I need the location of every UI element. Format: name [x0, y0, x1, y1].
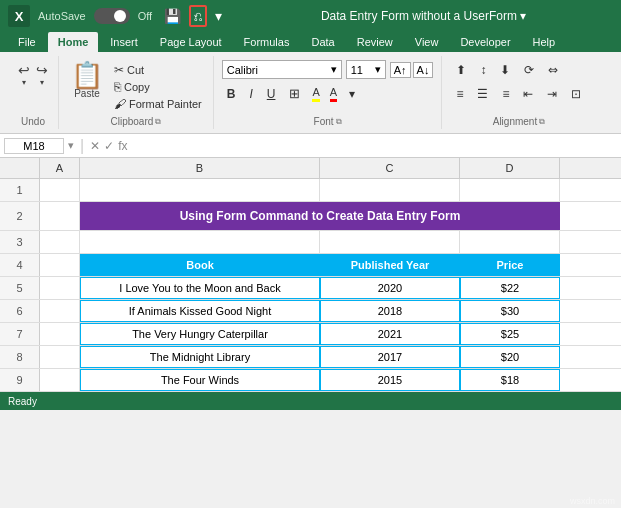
cell-a5[interactable]: [40, 277, 80, 299]
decrease-indent-button[interactable]: ⇤: [517, 84, 539, 104]
font-family-dropdown[interactable]: Calibri ▾: [222, 60, 342, 79]
cell-c1[interactable]: [320, 179, 460, 201]
formula-confirm-icon[interactable]: ✓: [104, 139, 114, 153]
format-painter-button[interactable]: 🖌 Format Painter: [111, 96, 205, 112]
cell-d4-header[interactable]: Price: [460, 254, 560, 276]
cell-b2-title[interactable]: Using Form Command to Create Data Entry …: [80, 202, 560, 230]
cell-d8[interactable]: $20: [460, 346, 560, 368]
cell-c4-header[interactable]: Published Year: [320, 254, 460, 276]
cell-c8[interactable]: 2017: [320, 346, 460, 368]
cell-a2[interactable]: [40, 202, 80, 230]
alignment-expand-icon[interactable]: ⧉: [539, 117, 545, 127]
cell-d9[interactable]: $18: [460, 369, 560, 391]
align-left-button[interactable]: ≡: [450, 84, 469, 104]
table-row: 4 Book Published Year Price: [0, 254, 621, 277]
cell-b4-header[interactable]: Book: [80, 254, 320, 276]
cell-b8[interactable]: The Midnight Library: [80, 346, 320, 368]
cell-c3[interactable]: [320, 231, 460, 253]
cell-a4[interactable]: [40, 254, 80, 276]
cell-a8[interactable]: [40, 346, 80, 368]
font-increase-button[interactable]: A↑: [390, 62, 411, 78]
tab-home[interactable]: Home: [48, 32, 99, 52]
row-num-2: 2: [0, 202, 40, 230]
tab-insert[interactable]: Insert: [100, 32, 148, 52]
cell-c7[interactable]: 2021: [320, 323, 460, 345]
increase-indent-button[interactable]: ⇥: [541, 84, 563, 104]
autosave-label: AutoSave: [38, 10, 86, 22]
font-size-arrows: A↑ A↓: [390, 62, 434, 78]
cut-button[interactable]: ✂ Cut: [111, 62, 205, 78]
tab-file[interactable]: File: [8, 32, 46, 52]
cell-d1[interactable]: [460, 179, 560, 201]
clipboard-expand-icon[interactable]: ⧉: [155, 117, 161, 127]
save-icon[interactable]: 💾: [160, 6, 185, 26]
autosave-toggle[interactable]: [94, 8, 130, 24]
col-header-a: A: [40, 158, 80, 178]
undo-icon[interactable]: ⎌: [189, 5, 207, 27]
font-color-button[interactable]: A: [327, 85, 340, 103]
wrap-text-button[interactable]: ⇔: [542, 60, 564, 80]
formula-fx-icon[interactable]: fx: [118, 139, 127, 153]
font-dropdown-btn[interactable]: ▾: [344, 85, 360, 103]
bold-button[interactable]: B: [222, 85, 241, 103]
align-row1: ⬆ ↕ ⬇ ⟳ ⇔: [450, 60, 587, 80]
formula-divider: |: [80, 137, 84, 155]
cell-a6[interactable]: [40, 300, 80, 322]
title-bar: X AutoSave Off 💾 ⎌ ▾ Data Entry Form wit…: [0, 0, 621, 32]
cell-a7[interactable]: [40, 323, 80, 345]
align-bottom-button[interactable]: ⬇: [494, 60, 516, 80]
tab-formulas[interactable]: Formulas: [234, 32, 300, 52]
cell-c5[interactable]: 2020: [320, 277, 460, 299]
table-row: 7 The Very Hungry Caterpillar 2021 $25: [0, 323, 621, 346]
font-color-bar: [330, 99, 337, 102]
merge-button[interactable]: ⊡: [565, 84, 587, 104]
copy-button[interactable]: ⎘ Copy: [111, 79, 205, 95]
tab-developer[interactable]: Developer: [450, 32, 520, 52]
cell-a3[interactable]: [40, 231, 80, 253]
highlight-color-button[interactable]: A: [309, 85, 322, 103]
cell-c9[interactable]: 2015: [320, 369, 460, 391]
cell-b6[interactable]: If Animals Kissed Good Night: [80, 300, 320, 322]
cell-b1[interactable]: [80, 179, 320, 201]
undo-button[interactable]: ↩ ▾: [16, 60, 32, 89]
underline-button[interactable]: U: [262, 85, 281, 103]
formula-cancel-icon[interactable]: ✕: [90, 139, 100, 153]
paste-button[interactable]: 📋 Paste: [67, 60, 107, 101]
cell-a1[interactable]: [40, 179, 80, 201]
redo-button[interactable]: ↪ ▾: [34, 60, 50, 89]
font-decrease-button[interactable]: A↓: [413, 62, 434, 78]
dropdown-icon[interactable]: ▾: [211, 6, 226, 26]
row-num-8: 8: [0, 346, 40, 368]
border-button[interactable]: ⊞: [284, 84, 305, 103]
italic-button[interactable]: I: [244, 85, 257, 103]
formula-dropdown[interactable]: ▾: [68, 139, 74, 152]
cell-d6[interactable]: $30: [460, 300, 560, 322]
align-middle-button[interactable]: ↕: [474, 60, 492, 80]
cell-b5[interactable]: I Love You to the Moon and Back: [80, 277, 320, 299]
text-angle-button[interactable]: ⟳: [518, 60, 540, 80]
cell-a9[interactable]: [40, 369, 80, 391]
tab-help[interactable]: Help: [523, 32, 566, 52]
align-right-button[interactable]: ≡: [496, 84, 515, 104]
cell-b9[interactable]: The Four Winds: [80, 369, 320, 391]
cell-reference[interactable]: M18: [4, 138, 64, 154]
align-center-button[interactable]: ☰: [471, 84, 494, 104]
formula-icons: ✕ ✓ fx: [90, 139, 127, 153]
formula-input[interactable]: [132, 139, 618, 153]
cell-c6[interactable]: 2018: [320, 300, 460, 322]
status-bar: Ready wsxdn.com: [0, 392, 621, 410]
align-top-button[interactable]: ⬆: [450, 60, 472, 80]
cell-b3[interactable]: [80, 231, 320, 253]
tab-data[interactable]: Data: [301, 32, 344, 52]
cell-d7[interactable]: $25: [460, 323, 560, 345]
font-size-dropdown[interactable]: 11 ▾: [346, 60, 386, 79]
alignment-group: ⬆ ↕ ⬇ ⟳ ⇔ ≡ ☰ ≡ ⇤ ⇥ ⊡ Alignment ⧉: [442, 56, 595, 129]
cell-d3[interactable]: [460, 231, 560, 253]
clipboard-group: 📋 Paste ✂ Cut ⎘ Copy 🖌 Format Painter C: [59, 56, 214, 129]
cell-b7[interactable]: The Very Hungry Caterpillar: [80, 323, 320, 345]
tab-review[interactable]: Review: [347, 32, 403, 52]
font-expand-icon[interactable]: ⧉: [336, 117, 342, 127]
cell-d5[interactable]: $22: [460, 277, 560, 299]
tab-page-layout[interactable]: Page Layout: [150, 32, 232, 52]
tab-view[interactable]: View: [405, 32, 449, 52]
